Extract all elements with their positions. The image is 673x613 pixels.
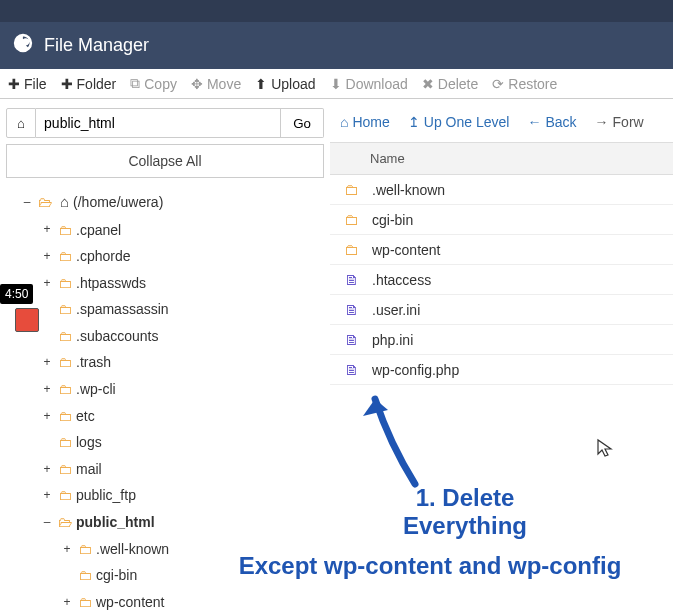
expand-toggle[interactable]: + — [40, 484, 54, 507]
list-header-name[interactable]: Name — [330, 142, 673, 175]
tree-node[interactable]: +🗀public_ftp — [6, 482, 324, 509]
folder-open-icon: 🗁 — [58, 509, 72, 536]
file-list: 🗀.well-known🗀cgi-bin🗀wp-content🗎.htacces… — [330, 175, 673, 385]
file-row[interactable]: 🗎wp-config.php — [330, 355, 673, 385]
expand-toggle[interactable]: + — [40, 405, 54, 428]
folder-icon: 🗀 — [78, 536, 92, 563]
copy-button[interactable]: ⧉Copy — [130, 75, 177, 92]
folder-icon: 🗀 — [58, 270, 72, 297]
right-arrow-icon: → — [595, 114, 609, 130]
tree-node-label: public_html — [76, 509, 155, 536]
file-row[interactable]: 🗎.htaccess — [330, 265, 673, 295]
tree-node[interactable]: +🗀.trash — [6, 349, 324, 376]
tree-node[interactable]: +🗀.htpasswds — [6, 270, 324, 297]
file-name: .user.ini — [372, 302, 420, 318]
app-title: File Manager — [44, 35, 149, 56]
file-icon: 🗎 — [342, 331, 360, 348]
file-row[interactable]: 🗀.well-known — [330, 175, 673, 205]
file-row[interactable]: 🗀wp-content — [330, 235, 673, 265]
tree-node[interactable]: +🗀.well-known — [6, 536, 324, 563]
tree-node-label: .well-known — [96, 536, 169, 563]
tree-node-label: .wp-cli — [76, 376, 116, 403]
folder-icon: 🗀 — [342, 181, 360, 198]
home-icon: ⌂ — [60, 188, 69, 217]
nav-home-button[interactable]: ⌂Home — [340, 114, 390, 130]
tree-node-label: .trash — [76, 349, 111, 376]
tree-node-label: mail — [76, 456, 102, 483]
go-button[interactable]: Go — [281, 108, 324, 138]
nav-forward-button[interactable]: →Forw — [595, 114, 644, 130]
go-home-button[interactable]: ⌂ — [6, 108, 36, 138]
tree-node[interactable]: +🗀etc — [6, 403, 324, 430]
tree-node-label: wp-content — [96, 589, 164, 613]
move-button[interactable]: ✥Move — [191, 76, 241, 92]
file-row[interactable]: 🗎php.ini — [330, 325, 673, 355]
expand-toggle[interactable]: + — [40, 272, 54, 295]
breadcrumb-nav: ⌂Home ↥Up One Level ←Back →Forw — [330, 108, 673, 136]
tree-node[interactable]: +🗀.cphorde — [6, 243, 324, 270]
download-button[interactable]: ⬇Download — [330, 76, 408, 92]
expand-toggle[interactable]: – — [20, 191, 34, 214]
expand-toggle[interactable]: + — [40, 378, 54, 401]
folder-icon: 🗀 — [58, 482, 72, 509]
tree-node-label: etc — [76, 403, 95, 430]
path-input[interactable] — [36, 108, 281, 138]
folder-icon: 🗀 — [342, 241, 360, 258]
tree-node[interactable]: +🗀mail — [6, 456, 324, 483]
delete-icon: ✖ — [422, 76, 434, 92]
tree-node-label: public_ftp — [76, 482, 136, 509]
app-header: File Manager — [0, 22, 673, 69]
tree-node[interactable]: +🗀wp-content — [6, 589, 324, 613]
tree-node[interactable]: +🗀cgi-bin — [6, 562, 324, 589]
expand-toggle[interactable]: + — [40, 351, 54, 374]
home-icon: ⌂ — [17, 116, 25, 131]
restore-icon: ⟳ — [492, 76, 504, 92]
file-row[interactable]: 🗎.user.ini — [330, 295, 673, 325]
folder-icon: 🗀 — [78, 562, 92, 589]
file-icon: 🗎 — [342, 361, 360, 378]
folder-icon: 🗀 — [58, 429, 72, 456]
tree-node-label: .htpasswds — [76, 270, 146, 297]
expand-toggle[interactable]: + — [60, 591, 74, 613]
up-arrow-icon: ↥ — [408, 114, 420, 130]
expand-toggle[interactable]: + — [40, 245, 54, 268]
delete-button[interactable]: ✖Delete — [422, 76, 478, 92]
folder-icon: 🗀 — [58, 456, 72, 483]
folder-icon: 🗀 — [58, 376, 72, 403]
tree-node[interactable]: +🗀.subaccounts — [6, 323, 324, 350]
collapse-all-button[interactable]: Collapse All — [6, 144, 324, 178]
file-name: php.ini — [372, 332, 413, 348]
expand-toggle[interactable]: + — [40, 218, 54, 241]
expand-toggle[interactable]: + — [60, 538, 74, 561]
plus-icon: ✚ — [61, 76, 73, 92]
new-folder-button[interactable]: ✚Folder — [61, 76, 117, 92]
tree-node-label: .subaccounts — [76, 323, 159, 350]
expand-toggle[interactable]: + — [40, 458, 54, 481]
tree-node[interactable]: +🗀.wp-cli — [6, 376, 324, 403]
plus-icon: ✚ — [8, 76, 20, 92]
nav-back-button[interactable]: ←Back — [527, 114, 576, 130]
folder-icon: 🗀 — [342, 211, 360, 228]
expand-toggle[interactable]: – — [40, 511, 54, 534]
tree-node-label: .cpanel — [76, 217, 121, 244]
nav-up-button[interactable]: ↥Up One Level — [408, 114, 510, 130]
toolbar: ✚File ✚Folder ⧉Copy ✥Move ⬆Upload ⬇Downl… — [0, 69, 673, 99]
tree-node-label: logs — [76, 429, 102, 456]
right-panel: ⌂Home ↥Up One Level ←Back →Forw Name 🗀.w… — [330, 102, 673, 613]
file-row[interactable]: 🗀cgi-bin — [330, 205, 673, 235]
tree-node-label: .cphorde — [76, 243, 130, 270]
new-file-button[interactable]: ✚File — [8, 76, 47, 92]
tree-node[interactable]: –🗁public_html — [6, 509, 324, 536]
tree-node[interactable]: +🗀.spamassassin — [6, 296, 324, 323]
folder-icon: 🗀 — [58, 243, 72, 270]
folder-icon: 🗀 — [58, 349, 72, 376]
file-icon: 🗎 — [342, 271, 360, 288]
folder-icon: 🗀 — [58, 217, 72, 244]
tree-node[interactable]: +🗀logs — [6, 429, 324, 456]
os-topbar — [0, 0, 673, 22]
restore-button[interactable]: ⟳Restore — [492, 76, 557, 92]
tree-root[interactable]: – 🗁 ⌂ (/home/uwera) — [6, 188, 324, 217]
cpanel-logo — [12, 32, 34, 59]
tree-node[interactable]: +🗀.cpanel — [6, 217, 324, 244]
upload-button[interactable]: ⬆Upload — [255, 76, 315, 92]
